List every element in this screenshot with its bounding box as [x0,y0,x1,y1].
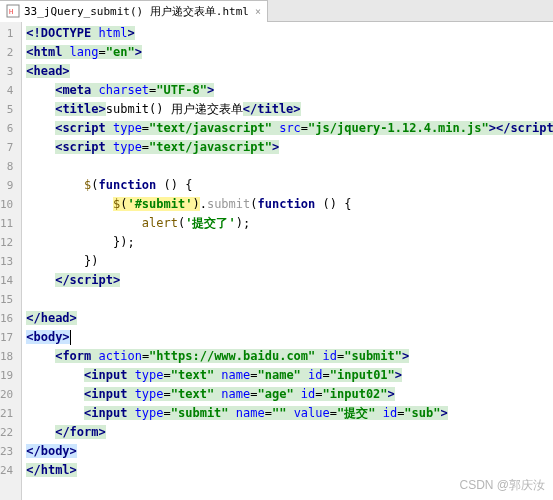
editor[interactable]: 1234 5678 9101112 13141516 17181920 2122… [0,22,553,500]
code-line: <form action="https://www.baidu.com" id=… [22,347,553,366]
html-file-icon: H [6,4,20,18]
tab-bar: H 33_jQuery_submit() 用户递交表单.html × [0,0,553,22]
code-area[interactable]: <!DOCTYPE html> <html lang="en"> <head> … [22,22,553,500]
code-line: </html> [22,461,553,480]
code-line: </script> [22,271,553,290]
code-line: </body> [22,442,553,461]
code-line [22,290,553,309]
code-line: <head> [22,62,553,81]
code-line: </form> [22,423,553,442]
code-line: <meta charset="UTF-8"> [22,81,553,100]
line-number-gutter: 1234 5678 9101112 13141516 17181920 2122… [0,22,22,500]
code-line: $('#submit').submit(function () { [22,195,553,214]
code-line: alert('提交了'); [22,214,553,233]
code-line: </head> [22,309,553,328]
code-line: $(function () { [22,176,553,195]
svg-text:H: H [9,8,13,16]
file-tab[interactable]: H 33_jQuery_submit() 用户递交表单.html × [0,0,268,22]
code-line: }) [22,252,553,271]
code-line: <!DOCTYPE html> [22,24,553,43]
code-line: <html lang="en"> [22,43,553,62]
code-line: <input type="text" name="name" id="input… [22,366,553,385]
code-line: <input type="submit" name="" value="提交" … [22,404,553,423]
code-line [22,157,553,176]
code-line: <script type="text/javascript"> [22,138,553,157]
close-icon[interactable]: × [255,6,261,17]
code-line: <script type="text/javascript" src="js/j… [22,119,553,138]
code-line: <body> [22,328,553,347]
code-line: }); [22,233,553,252]
tab-filename: 33_jQuery_submit() 用户递交表单.html [24,4,249,19]
code-line: <input type="text" name="age" id="input0… [22,385,553,404]
code-line: <title>submit() 用户递交表单</title> [22,100,553,119]
